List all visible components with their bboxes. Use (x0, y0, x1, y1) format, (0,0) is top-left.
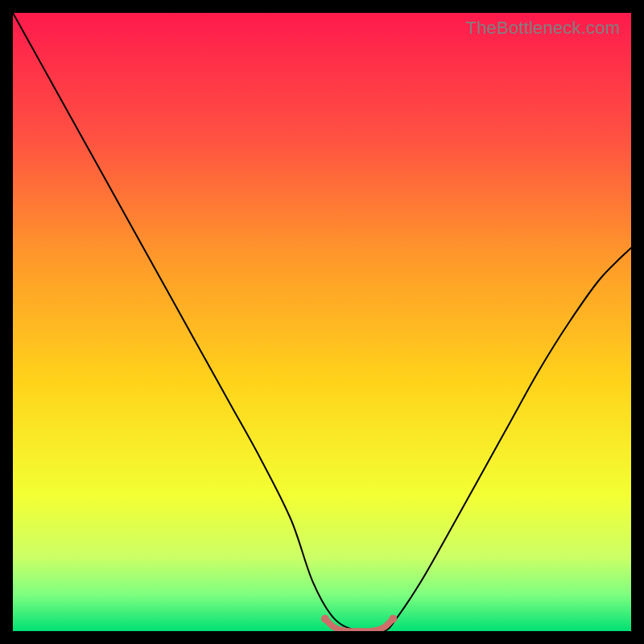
chart-frame: TheBottleneck.com (13, 13, 631, 631)
watermark-text: TheBottleneck.com (465, 18, 620, 39)
floor-endpoint (389, 615, 397, 623)
chart-background (13, 13, 631, 631)
chart-plot-area (13, 13, 631, 631)
chart-svg (13, 13, 631, 631)
floor-endpoint (321, 615, 329, 623)
